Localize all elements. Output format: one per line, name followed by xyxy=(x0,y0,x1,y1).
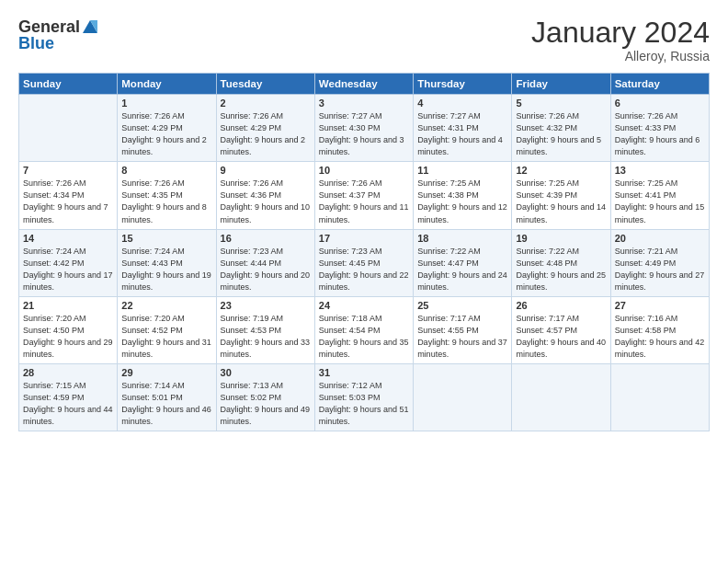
day-info: Sunrise: 7:18 AMSunset: 4:54 PMDaylight:… xyxy=(319,314,409,359)
calendar-day-cell xyxy=(512,363,610,431)
calendar-week-row: 21 Sunrise: 7:20 AMSunset: 4:50 PMDaylig… xyxy=(19,296,710,363)
day-number: 28 xyxy=(23,367,113,378)
day-info: Sunrise: 7:14 AMSunset: 5:01 PMDaylight:… xyxy=(121,381,211,426)
logo: General Blue xyxy=(18,17,99,53)
day-info: Sunrise: 7:17 AMSunset: 4:55 PMDaylight:… xyxy=(417,314,507,359)
calendar-day-cell: 24 Sunrise: 7:18 AMSunset: 4:54 PMDaylig… xyxy=(314,296,413,363)
col-thursday: Thursday xyxy=(414,74,512,95)
col-friday: Friday xyxy=(512,74,610,95)
calendar-day-cell: 10 Sunrise: 7:26 AMSunset: 4:37 PMDaylig… xyxy=(314,162,413,229)
day-number: 25 xyxy=(417,300,507,311)
day-number: 2 xyxy=(221,98,311,109)
day-number: 11 xyxy=(417,165,507,176)
calendar-day-cell: 14 Sunrise: 7:24 AMSunset: 4:42 PMDaylig… xyxy=(19,229,118,296)
calendar-day-cell: 15 Sunrise: 7:24 AMSunset: 4:43 PMDaylig… xyxy=(118,229,216,296)
day-info: Sunrise: 7:20 AMSunset: 4:50 PMDaylight:… xyxy=(23,314,113,359)
day-number: 18 xyxy=(417,233,507,244)
col-tuesday: Tuesday xyxy=(216,74,314,95)
calendar-table: Sunday Monday Tuesday Wednesday Thursday… xyxy=(18,73,710,431)
day-info: Sunrise: 7:19 AMSunset: 4:53 PMDaylight:… xyxy=(221,314,311,359)
calendar-day-cell: 31 Sunrise: 7:12 AMSunset: 5:03 PMDaylig… xyxy=(314,363,413,431)
day-number: 5 xyxy=(516,98,606,109)
calendar-day-cell: 19 Sunrise: 7:22 AMSunset: 4:48 PMDaylig… xyxy=(512,229,610,296)
calendar-day-cell: 29 Sunrise: 7:14 AMSunset: 5:01 PMDaylig… xyxy=(118,363,216,431)
calendar-day-cell xyxy=(19,95,118,162)
day-info: Sunrise: 7:23 AMSunset: 4:45 PMDaylight:… xyxy=(319,247,409,292)
day-number: 10 xyxy=(319,165,409,176)
day-number: 17 xyxy=(319,233,409,244)
location-title: Alleroy, Russia xyxy=(531,49,710,63)
calendar-day-cell: 7 Sunrise: 7:26 AMSunset: 4:34 PMDayligh… xyxy=(19,162,118,229)
day-info: Sunrise: 7:26 AMSunset: 4:35 PMDaylight:… xyxy=(121,178,207,224)
calendar-day-cell: 6 Sunrise: 7:26 AMSunset: 4:33 PMDayligh… xyxy=(610,95,709,162)
day-info: Sunrise: 7:25 AMSunset: 4:41 PMDaylight:… xyxy=(615,178,705,224)
col-monday: Monday xyxy=(118,74,216,95)
day-number: 1 xyxy=(121,98,211,109)
col-sunday: Sunday xyxy=(19,74,118,95)
page: General Blue January 2024 Alleroy, Russi… xyxy=(0,0,728,441)
calendar-day-cell: 20 Sunrise: 7:21 AMSunset: 4:49 PMDaylig… xyxy=(610,229,709,296)
calendar-day-cell: 28 Sunrise: 7:15 AMSunset: 4:59 PMDaylig… xyxy=(19,363,118,431)
col-wednesday: Wednesday xyxy=(314,74,413,95)
month-title: January 2024 xyxy=(531,17,710,49)
day-info: Sunrise: 7:20 AMSunset: 4:52 PMDaylight:… xyxy=(121,314,211,359)
day-number: 21 xyxy=(23,300,113,311)
day-info: Sunrise: 7:16 AMSunset: 4:58 PMDaylight:… xyxy=(615,314,705,359)
calendar-day-cell: 5 Sunrise: 7:26 AMSunset: 4:32 PMDayligh… xyxy=(512,95,610,162)
logo-icon xyxy=(81,17,99,35)
calendar-day-cell: 4 Sunrise: 7:27 AMSunset: 4:31 PMDayligh… xyxy=(414,95,512,162)
calendar-day-cell: 2 Sunrise: 7:26 AMSunset: 4:29 PMDayligh… xyxy=(216,95,314,162)
day-number: 19 xyxy=(516,233,606,244)
calendar-day-cell: 23 Sunrise: 7:19 AMSunset: 4:53 PMDaylig… xyxy=(216,296,314,363)
day-number: 26 xyxy=(516,300,606,311)
calendar-week-row: 14 Sunrise: 7:24 AMSunset: 4:42 PMDaylig… xyxy=(19,229,710,296)
calendar-day-cell: 21 Sunrise: 7:20 AMSunset: 4:50 PMDaylig… xyxy=(19,296,118,363)
calendar-day-cell: 3 Sunrise: 7:27 AMSunset: 4:30 PMDayligh… xyxy=(314,95,413,162)
day-info: Sunrise: 7:26 AMSunset: 4:32 PMDaylight:… xyxy=(516,111,601,156)
day-number: 3 xyxy=(319,98,409,109)
title-block: January 2024 Alleroy, Russia xyxy=(531,17,710,63)
calendar-week-row: 7 Sunrise: 7:26 AMSunset: 4:34 PMDayligh… xyxy=(19,162,710,229)
logo-blue-text: Blue xyxy=(18,35,54,53)
calendar-day-cell xyxy=(414,363,512,431)
day-info: Sunrise: 7:26 AMSunset: 4:37 PMDaylight:… xyxy=(319,178,409,224)
day-info: Sunrise: 7:21 AMSunset: 4:49 PMDaylight:… xyxy=(615,247,705,292)
day-info: Sunrise: 7:23 AMSunset: 4:44 PMDaylight:… xyxy=(221,247,311,292)
day-number: 24 xyxy=(319,300,409,311)
day-number: 14 xyxy=(23,233,113,244)
calendar-day-cell: 22 Sunrise: 7:20 AMSunset: 4:52 PMDaylig… xyxy=(118,296,216,363)
calendar-day-cell: 27 Sunrise: 7:16 AMSunset: 4:58 PMDaylig… xyxy=(610,296,709,363)
header: General Blue January 2024 Alleroy, Russi… xyxy=(18,17,710,63)
calendar-day-cell: 8 Sunrise: 7:26 AMSunset: 4:35 PMDayligh… xyxy=(118,162,216,229)
day-number: 13 xyxy=(615,165,705,176)
day-info: Sunrise: 7:24 AMSunset: 4:42 PMDaylight:… xyxy=(23,247,113,292)
day-info: Sunrise: 7:27 AMSunset: 4:30 PMDaylight:… xyxy=(319,111,404,156)
day-number: 30 xyxy=(221,367,311,378)
day-info: Sunrise: 7:13 AMSunset: 5:02 PMDaylight:… xyxy=(221,381,311,426)
calendar-week-row: 28 Sunrise: 7:15 AMSunset: 4:59 PMDaylig… xyxy=(19,363,710,431)
day-info: Sunrise: 7:25 AMSunset: 4:38 PMDaylight:… xyxy=(417,178,507,224)
calendar-day-cell: 11 Sunrise: 7:25 AMSunset: 4:38 PMDaylig… xyxy=(414,162,512,229)
day-number: 16 xyxy=(221,233,311,244)
day-info: Sunrise: 7:22 AMSunset: 4:47 PMDaylight:… xyxy=(417,247,507,292)
day-number: 22 xyxy=(121,300,211,311)
day-number: 23 xyxy=(221,300,311,311)
day-number: 31 xyxy=(319,367,409,378)
calendar-day-cell: 9 Sunrise: 7:26 AMSunset: 4:36 PMDayligh… xyxy=(216,162,314,229)
day-number: 6 xyxy=(615,98,705,109)
col-saturday: Saturday xyxy=(610,74,709,95)
day-info: Sunrise: 7:24 AMSunset: 4:43 PMDaylight:… xyxy=(121,247,211,292)
header-row: Sunday Monday Tuesday Wednesday Thursday… xyxy=(19,74,710,95)
day-info: Sunrise: 7:26 AMSunset: 4:29 PMDaylight:… xyxy=(121,111,207,156)
calendar-day-cell: 18 Sunrise: 7:22 AMSunset: 4:47 PMDaylig… xyxy=(414,229,512,296)
calendar-day-cell: 26 Sunrise: 7:17 AMSunset: 4:57 PMDaylig… xyxy=(512,296,610,363)
calendar-day-cell: 25 Sunrise: 7:17 AMSunset: 4:55 PMDaylig… xyxy=(414,296,512,363)
day-number: 12 xyxy=(516,165,606,176)
calendar-day-cell: 17 Sunrise: 7:23 AMSunset: 4:45 PMDaylig… xyxy=(314,229,413,296)
calendar-day-cell: 16 Sunrise: 7:23 AMSunset: 4:44 PMDaylig… xyxy=(216,229,314,296)
day-number: 27 xyxy=(615,300,705,311)
day-info: Sunrise: 7:22 AMSunset: 4:48 PMDaylight:… xyxy=(516,247,606,292)
day-number: 7 xyxy=(23,165,113,176)
day-number: 8 xyxy=(121,165,211,176)
day-info: Sunrise: 7:27 AMSunset: 4:31 PMDaylight:… xyxy=(417,111,503,156)
